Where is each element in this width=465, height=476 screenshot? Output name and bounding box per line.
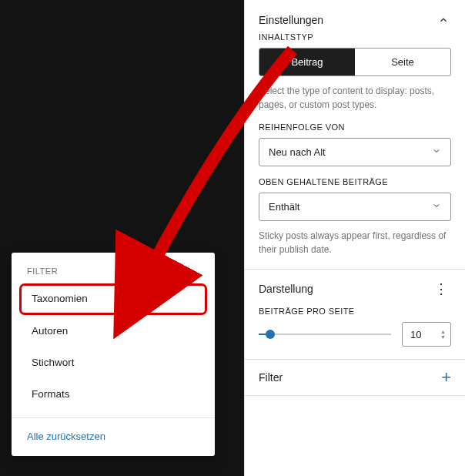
label-reihenfolge: REIHENFOLGE VON: [259, 122, 451, 132]
per-page-slider[interactable]: [259, 327, 391, 342]
label-per-page: BEITRÄGE PRO SEITE: [259, 307, 451, 316]
section-title: Einstellungen: [259, 14, 323, 26]
sticky-select-value: Enthält: [269, 201, 299, 213]
plus-icon[interactable]: +: [441, 369, 451, 386]
section-darstellung-toggle[interactable]: Darstellung ⋮: [259, 282, 451, 296]
stepper-down-icon[interactable]: ▼: [440, 334, 446, 340]
order-select[interactable]: Neu nach Alt: [259, 138, 451, 166]
per-page-value: 10: [410, 329, 421, 340]
section-title: Darstellung: [259, 283, 313, 295]
label-sticky: OBEN GEHALTENE BEITRÄGE: [259, 177, 451, 186]
filter-popup: FILTER Taxonomien Autoren Stichwort Form…: [12, 253, 215, 456]
per-page-number-input[interactable]: 10 ▲ ▼: [402, 322, 451, 347]
more-options-icon[interactable]: ⋮: [431, 282, 451, 296]
content-type-help: Select the type of content to display: p…: [259, 84, 451, 112]
section-einstellungen: Einstellungen INHALTSTYP Beitrag Seite S…: [245, 0, 465, 270]
section-filter: Filter +: [245, 360, 465, 396]
settings-sidebar: Einstellungen INHALTSTYP Beitrag Seite S…: [244, 0, 465, 476]
slider-thumb[interactable]: [266, 330, 275, 339]
label-inhaltstyp: INHALTSTYP: [259, 32, 451, 42]
number-stepper[interactable]: ▲ ▼: [440, 329, 446, 340]
filter-reset-link[interactable]: Alle zurücksetzen: [12, 418, 215, 456]
section-title: Filter: [259, 371, 283, 384]
filter-menu-autoren[interactable]: Autoren: [19, 317, 207, 347]
per-page-row: 10 ▲ ▼: [259, 322, 451, 347]
filter-menu-stichwort[interactable]: Stichwort: [19, 348, 207, 378]
filter-menu-formats[interactable]: Formats: [19, 380, 207, 410]
content-type-seite[interactable]: Seite: [355, 49, 450, 75]
canvas-dark-area: FILTER Taxonomien Autoren Stichwort Form…: [0, 0, 244, 476]
filter-popup-header: FILTER: [12, 253, 215, 283]
order-select-value: Neu nach Alt: [269, 146, 326, 158]
chevron-down-icon: [432, 201, 441, 213]
filter-menu-taxonomien[interactable]: Taxonomien: [19, 283, 207, 315]
content-type-beitrag[interactable]: Beitrag: [259, 49, 355, 75]
section-filter-toggle[interactable]: Filter +: [259, 369, 451, 386]
slider-track: [259, 334, 391, 335]
section-darstellung: Darstellung ⋮ BEITRÄGE PRO SEITE 10 ▲ ▼: [245, 270, 465, 360]
chevron-down-icon: [432, 146, 441, 158]
content-type-segmented: Beitrag Seite: [259, 48, 451, 76]
sticky-select[interactable]: Enthält: [259, 193, 451, 221]
chevron-up-icon: [436, 12, 451, 28]
sticky-help: Sticky posts always appear first, regard…: [259, 229, 451, 256]
stepper-up-icon[interactable]: ▲: [440, 329, 446, 334]
section-einstellungen-toggle[interactable]: Einstellungen: [259, 12, 451, 28]
